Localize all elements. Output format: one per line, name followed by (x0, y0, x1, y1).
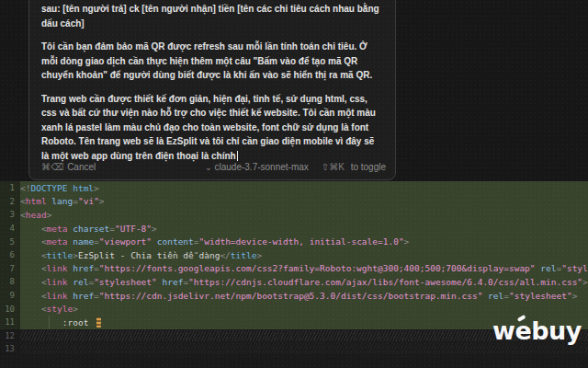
ai-generating-caret (96, 317, 101, 328)
cancel-label: Cancel (67, 162, 96, 172)
prompt-paragraph: sau: [tên người trả] ck [tên người nhận]… (41, 2, 383, 30)
code-line-text: <link href="https://fonts.googleapis.com… (20, 262, 588, 276)
code-editor[interactable]: 1<!DOCTYPE html>2<html lang="vi">3<head>… (0, 181, 588, 368)
code-line[interactable]: 4 <meta charset="UTF-8"> (0, 222, 588, 236)
prompt-input[interactable]: sau: [tên người trả] ck [tên người nhận]… (29, 0, 395, 163)
prompt-paragraph: Trang web cần được thiết kế đơn giản, hi… (41, 92, 383, 164)
code-line-text: <meta charset="UTF-8"> (20, 222, 588, 236)
prompt-text: Trang web cần được thiết kế đơn giản, hi… (41, 94, 376, 161)
inline-chat-panel: sau: [tên người trả] ck [tên người nhận]… (28, 0, 396, 180)
prompt-text: Tôi cần bạn đảm bảo mã QR được refresh s… (41, 41, 372, 80)
code-line[interactable]: 6 <title>EzSplit - Chia tiền dễ dàng</ti… (0, 248, 588, 262)
code-line[interactable]: 10 <style> (0, 302, 588, 316)
line-number: 3 (0, 210, 20, 219)
line-number: 13 (0, 344, 20, 353)
line-number: 7 (0, 264, 20, 273)
code-line-text: <style> (20, 302, 588, 316)
line-number: 6 (0, 250, 20, 259)
code-line-text: <link href="https://cdn.jsdelivr.net/npm… (20, 289, 588, 303)
line-number: 4 (0, 224, 20, 233)
line-number: 5 (0, 237, 20, 247)
toggle-hint: ⇧⌘K to toggle (322, 162, 386, 172)
prompt-text: sau: [tên người trả] ck [tên người nhận]… (41, 4, 379, 29)
code-line[interactable]: 1<!DOCTYPE html> (0, 181, 588, 195)
model-name: claude-3.7-sonnet-max (215, 162, 309, 172)
indent-guide (49, 316, 50, 328)
line-number: 8 (0, 277, 20, 286)
shift-cmd-k-shortcut-icon: ⇧⌘K (322, 162, 345, 172)
code-line[interactable]: 5 <meta name="viewport" content="width=d… (0, 235, 588, 248)
code-line[interactable]: 8 <link rel="stylesheet" href="https://c… (0, 275, 588, 289)
code-line[interactable]: 7 <link href="https://fonts.googleapis.c… (0, 262, 588, 276)
webuy-watermark: webuy (492, 318, 582, 343)
line-number: 10 (0, 305, 20, 314)
text-cursor (237, 151, 239, 161)
footer-right: ⌄claude-3.7-sonnet-max ⇧⌘K to toggle (205, 162, 386, 172)
chat-footer: ⌘⌫Cancel ⌄claude-3.7-sonnet-max ⇧⌘K to t… (41, 162, 386, 172)
cursor-inline-edit-screen: sau: [tên người trả] ck [tên người nhận]… (0, 0, 588, 368)
code-line-text: <!DOCTYPE html> (20, 181, 588, 195)
code-line-text: <meta name="viewport" content="width=dev… (20, 235, 588, 248)
code-line[interactable]: 2<html lang="vi"> (0, 195, 588, 209)
generating-shimmer (20, 343, 588, 354)
code-line-text: <link rel="stylesheet" href="https://cdn… (20, 275, 588, 289)
code-line-text: <html lang="vi"> (20, 195, 588, 209)
cmd-backspace-shortcut-icon: ⌘⌫ (41, 162, 63, 172)
model-selector[interactable]: ⌄claude-3.7-sonnet-max (205, 162, 309, 172)
code-line[interactable]: 3<head> (0, 208, 588, 222)
prompt-paragraph: Tôi cần bạn đảm bảo mã QR được refresh s… (41, 40, 383, 83)
code-line-text: <title>EzSplit - Chia tiền dễ dàng</titl… (20, 248, 588, 262)
code-line[interactable]: 9 <link href="https://cdn.jsdelivr.net/n… (0, 289, 588, 303)
toggle-label: to toggle (351, 162, 386, 172)
line-number: 2 (0, 197, 20, 206)
line-number: 11 (0, 317, 20, 327)
line-number: 12 (0, 331, 20, 340)
watermark-text: webuy (492, 316, 582, 345)
line-number: 9 (0, 291, 20, 300)
line-number: 1 (0, 183, 20, 192)
cancel-button[interactable]: ⌘⌫Cancel (41, 162, 96, 172)
chevron-down-icon: ⌄ (205, 163, 212, 172)
code-line-text: <head> (20, 208, 588, 222)
